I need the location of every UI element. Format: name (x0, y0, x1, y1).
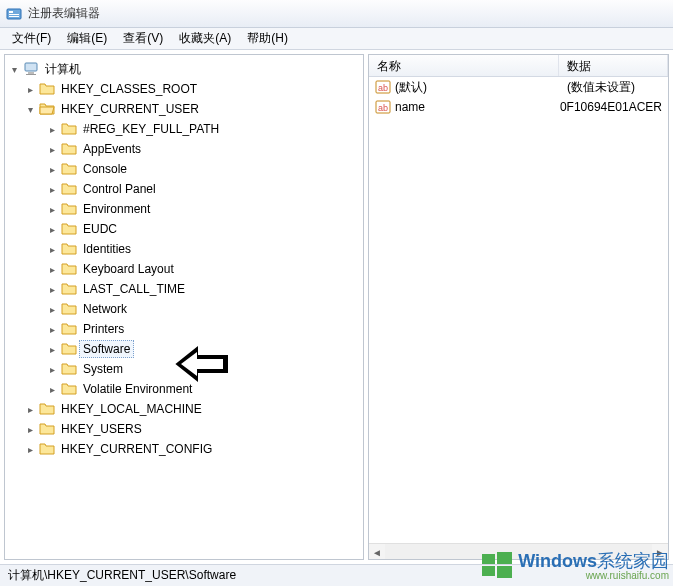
svg-rect-12 (497, 552, 512, 564)
tree-item-last-call-time[interactable]: ▸LAST_CALL_TIME (5, 279, 363, 299)
svg-rect-3 (9, 16, 19, 17)
tree-item-hkey-classes-root[interactable]: ▸HKEY_CLASSES_ROOT (5, 79, 363, 99)
svg-text:ab: ab (378, 103, 388, 113)
tree-item-label: AppEvents (79, 140, 145, 158)
list-header: 名称 数据 (369, 55, 668, 77)
tree-item-label: Volatile Environment (79, 380, 196, 398)
svg-rect-1 (9, 11, 13, 13)
folder-icon (61, 321, 77, 337)
tree-item-label: LAST_CALL_TIME (79, 280, 189, 298)
menu-help[interactable]: 帮助(H) (239, 28, 296, 49)
svg-rect-11 (482, 554, 495, 564)
folder-icon (39, 421, 55, 437)
status-path: 计算机\HKEY_CURRENT_USER\Software (8, 567, 236, 584)
expand-icon[interactable]: ▸ (45, 342, 59, 356)
tree-item-software[interactable]: ▸Software (5, 339, 363, 359)
value-name: (默认) (395, 79, 567, 96)
tree-item-label: Identities (79, 240, 135, 258)
expand-icon[interactable]: ▸ (45, 122, 59, 136)
tree-pane[interactable]: ▾计算机▸HKEY_CLASSES_ROOT▾HKEY_CURRENT_USER… (4, 54, 364, 560)
scroll-left-icon[interactable]: ◄ (369, 544, 385, 560)
tree-item-environment[interactable]: ▸Environment (5, 199, 363, 219)
svg-rect-2 (9, 14, 19, 15)
tree-item-label: Network (79, 300, 131, 318)
tree-item-appevents[interactable]: ▸AppEvents (5, 139, 363, 159)
folder-icon (61, 161, 77, 177)
tree-item-label: Console (79, 160, 131, 178)
tree-item-label: HKEY_USERS (57, 420, 146, 438)
expand-icon[interactable]: ▾ (23, 102, 37, 116)
tree-item--reg-key-full-path[interactable]: ▸#REG_KEY_FULL_PATH (5, 119, 363, 139)
string-value-icon: ab (375, 99, 391, 115)
tree-item-hkey-current-config[interactable]: ▸HKEY_CURRENT_CONFIG (5, 439, 363, 459)
tree-item-label: Software (79, 340, 134, 358)
computer-icon (23, 61, 39, 77)
list-pane: 名称 数据 ab(默认)(数值未设置)abname0F10694E01ACER … (368, 54, 669, 560)
list-row[interactable]: ab(默认)(数值未设置) (369, 77, 668, 97)
value-name: name (395, 100, 560, 114)
expand-icon[interactable]: ▸ (23, 442, 37, 456)
expand-icon[interactable]: ▸ (45, 382, 59, 396)
folder-icon (39, 81, 55, 97)
folder-icon (61, 281, 77, 297)
expand-icon[interactable]: ▸ (23, 422, 37, 436)
svg-rect-4 (25, 63, 37, 71)
tree-item-volatile-environment[interactable]: ▸Volatile Environment (5, 379, 363, 399)
tree-item-keyboard-layout[interactable]: ▸Keyboard Layout (5, 259, 363, 279)
expand-icon[interactable]: ▾ (7, 62, 21, 76)
expand-icon[interactable]: ▸ (45, 142, 59, 156)
menu-edit[interactable]: 编辑(E) (59, 28, 115, 49)
folder-icon (39, 441, 55, 457)
expand-icon[interactable]: ▸ (45, 322, 59, 336)
list-row[interactable]: abname0F10694E01ACER (369, 97, 668, 117)
watermark: Windows系统家园 www.ruishaifu.com (480, 548, 669, 582)
menu-view[interactable]: 查看(V) (115, 28, 171, 49)
tree-item-control-panel[interactable]: ▸Control Panel (5, 179, 363, 199)
folder-icon (61, 241, 77, 257)
tree-item-label: HKEY_CURRENT_CONFIG (57, 440, 216, 458)
tree-item-network[interactable]: ▸Network (5, 299, 363, 319)
expand-icon[interactable]: ▸ (23, 82, 37, 96)
watermark-text: Windows系统家园 www.ruishaifu.com (518, 549, 669, 581)
tree-item--[interactable]: ▾计算机 (5, 59, 363, 79)
tree-item-label: Environment (79, 200, 154, 218)
watermark-url: www.ruishaifu.com (518, 570, 669, 581)
menu-favorites[interactable]: 收藏夹(A) (171, 28, 239, 49)
svg-rect-13 (482, 566, 495, 576)
expand-icon[interactable]: ▸ (45, 302, 59, 316)
folder-icon (61, 141, 77, 157)
tree-item-hkey-users[interactable]: ▸HKEY_USERS (5, 419, 363, 439)
expand-icon[interactable]: ▸ (45, 262, 59, 276)
tree-item-label: System (79, 360, 127, 378)
folder-icon (39, 101, 55, 117)
menu-file[interactable]: 文件(F) (4, 28, 59, 49)
tree-item-system[interactable]: ▸System (5, 359, 363, 379)
list-body[interactable]: ab(默认)(数值未设置)abname0F10694E01ACER (369, 77, 668, 543)
folder-icon (61, 261, 77, 277)
expand-icon[interactable]: ▸ (45, 222, 59, 236)
folder-icon (61, 381, 77, 397)
tree-item-hkey-current-user[interactable]: ▾HKEY_CURRENT_USER (5, 99, 363, 119)
tree-item-hkey-local-machine[interactable]: ▸HKEY_LOCAL_MACHINE (5, 399, 363, 419)
tree-item-console[interactable]: ▸Console (5, 159, 363, 179)
expand-icon[interactable]: ▸ (23, 402, 37, 416)
column-data[interactable]: 数据 (559, 55, 668, 76)
tree-item-label: EUDC (79, 220, 121, 238)
tree-item-eudc[interactable]: ▸EUDC (5, 219, 363, 239)
folder-icon (61, 221, 77, 237)
tree-item-label: #REG_KEY_FULL_PATH (79, 120, 223, 138)
expand-icon[interactable]: ▸ (45, 362, 59, 376)
tree-item-printers[interactable]: ▸Printers (5, 319, 363, 339)
folder-icon (39, 401, 55, 417)
tree-item-identities[interactable]: ▸Identities (5, 239, 363, 259)
content-area: ▾计算机▸HKEY_CLASSES_ROOT▾HKEY_CURRENT_USER… (0, 50, 673, 564)
column-name[interactable]: 名称 (369, 55, 559, 76)
expand-icon[interactable]: ▸ (45, 202, 59, 216)
expand-icon[interactable]: ▸ (45, 182, 59, 196)
expand-icon[interactable]: ▸ (45, 242, 59, 256)
window-title: 注册表编辑器 (28, 5, 100, 22)
expand-icon[interactable]: ▸ (45, 282, 59, 296)
svg-rect-14 (497, 566, 512, 578)
expand-icon[interactable]: ▸ (45, 162, 59, 176)
svg-text:ab: ab (378, 83, 388, 93)
